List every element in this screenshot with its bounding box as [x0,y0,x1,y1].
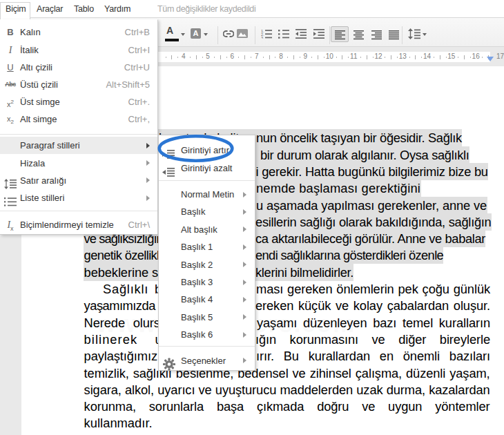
svg-text:3.: 3. [261,36,264,39]
